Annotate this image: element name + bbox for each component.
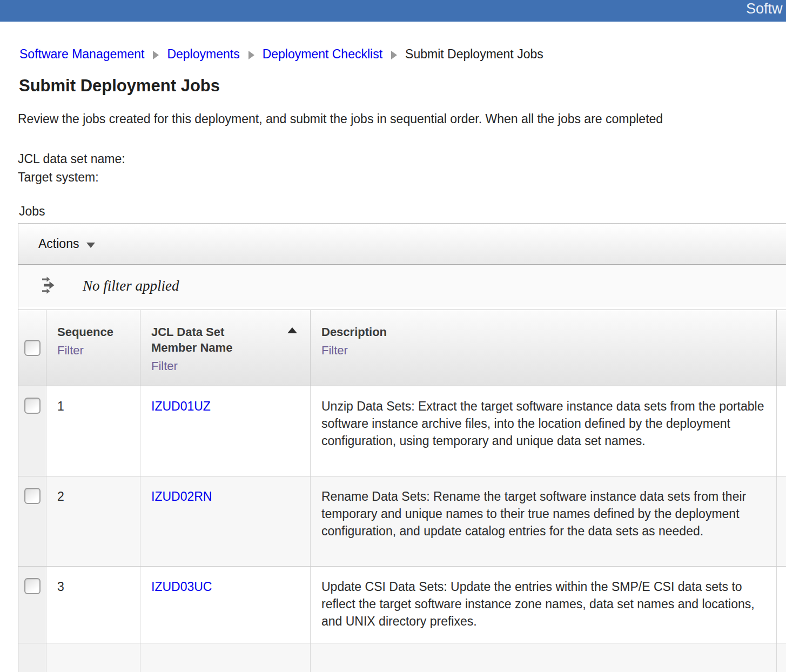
sequence-filter-link[interactable]: Filter [57, 344, 84, 358]
member-cell: IZUD02RN [140, 476, 311, 566]
sequence-cell [46, 643, 140, 672]
table-row: 3 IZUD03UC Update CSI Data Sets: Update … [18, 567, 786, 643]
breadcrumb-deployments[interactable]: Deployments [167, 47, 239, 62]
column-header-sequence: Sequence Filter [46, 310, 140, 386]
row-checkbox[interactable] [24, 578, 41, 594]
row-select-cell [18, 476, 46, 566]
member-header-label: JCL Data Set Member Name [151, 324, 266, 355]
sort-ascending-icon[interactable] [287, 327, 297, 333]
filter-status-text: No filter applied [83, 278, 179, 294]
table-row: 2 IZUD02RN Rename Data Sets: Rename the … [18, 476, 786, 567]
member-filter-link[interactable]: Filter [151, 359, 178, 373]
description-cell: Update CSI Data Sets: Update the entries… [311, 567, 777, 643]
select-all-cell [18, 310, 46, 386]
description-cell: Rename Data Sets: Rename the target soft… [311, 476, 777, 566]
column-header-member[interactable]: JCL Data Set Member Name Filter [140, 310, 311, 386]
member-cell: IZUD01UZ [140, 386, 311, 476]
clipped-cell [777, 476, 786, 566]
row-select-cell [18, 643, 46, 672]
page-title: Submit Deployment Jobs [19, 76, 786, 96]
clipped-cell [777, 567, 786, 643]
breadcrumb: Software Management Deployments Deployme… [19, 47, 786, 62]
select-all-checkbox[interactable] [24, 340, 41, 356]
deployment-fields: JCL data set name: Target system: [18, 150, 786, 186]
intro-text: Review the jobs created for this deploym… [18, 112, 786, 126]
member-cell: IZUD03UC [140, 567, 311, 643]
app-header-bar: Softw [0, 0, 786, 22]
table-header-row: Sequence Filter JCL Data Set Member Name… [18, 310, 786, 386]
actions-menu-button[interactable]: Actions [38, 237, 95, 251]
description-cell [311, 643, 777, 672]
table-toolbar: Actions [18, 224, 786, 265]
filter-status-bar: No filter applied [18, 265, 786, 307]
sequence-cell: 2 [46, 476, 140, 566]
breadcrumb-separator-icon [153, 51, 159, 59]
jobs-table: Actions [18, 223, 786, 672]
row-select-cell [18, 567, 46, 643]
breadcrumb-separator-icon [391, 51, 397, 59]
description-filter-link[interactable]: Filter [321, 344, 348, 358]
table-row-partial [18, 643, 786, 672]
row-select-cell [18, 386, 46, 476]
description-header-label: Description [321, 324, 767, 340]
chevron-down-icon [86, 243, 95, 248]
filter-flow-icon [41, 275, 60, 297]
column-header-description: Description Filter [311, 310, 777, 386]
member-cell [140, 643, 311, 672]
breadcrumb-software-management[interactable]: Software Management [19, 47, 144, 62]
row-checkbox[interactable] [24, 488, 41, 504]
description-cell: Unzip Data Sets: Extract the target soft… [311, 386, 777, 476]
breadcrumb-current: Submit Deployment Jobs [405, 47, 543, 62]
sequence-header-label: Sequence [57, 324, 130, 340]
clipped-cell [777, 643, 786, 672]
sequence-cell: 3 [46, 567, 140, 643]
row-checkbox[interactable] [24, 398, 41, 414]
member-link[interactable]: IZUD02RN [151, 489, 212, 503]
jobs-section-label: Jobs [19, 204, 786, 219]
table-row: 1 IZUD01UZ Unzip Data Sets: Extract the … [18, 386, 786, 476]
sequence-cell: 1 [46, 386, 140, 476]
app-title-partial: Softw [746, 1, 783, 17]
target-system-label: Target system: [18, 168, 786, 186]
jcl-data-set-name-label: JCL data set name: [18, 150, 786, 168]
member-link[interactable]: IZUD01UZ [151, 399, 211, 413]
actions-label: Actions [38, 237, 79, 251]
breadcrumb-separator-icon [248, 51, 254, 59]
member-link[interactable]: IZUD03UC [151, 580, 212, 594]
clipped-column-header [777, 310, 786, 386]
breadcrumb-deployment-checklist[interactable]: Deployment Checklist [263, 47, 382, 62]
clipped-cell [777, 386, 786, 476]
